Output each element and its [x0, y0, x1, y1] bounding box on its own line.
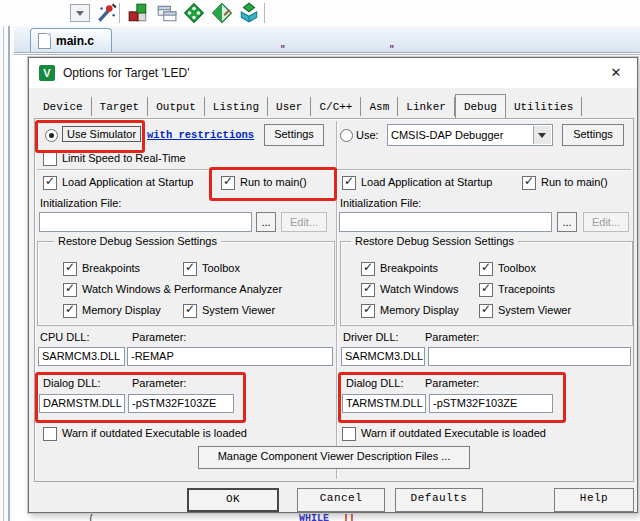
restore-group-title-right: Restore Debug Session Settings	[351, 235, 518, 247]
main-toolbar	[0, 0, 640, 26]
warn-checkbox-right[interactable]	[342, 427, 356, 441]
tab-device[interactable]: Device	[35, 97, 92, 116]
load-app-checkbox-right[interactable]	[342, 176, 356, 190]
editor-tab-bar: main.c	[0, 26, 640, 53]
tab-listing[interactable]: Listing	[205, 97, 268, 116]
driver-parameter-input[interactable]	[428, 347, 631, 366]
debugger-selected-value: CMSIS-DAP Debugger	[391, 129, 503, 141]
toolbox-label-right: Toolbox	[498, 262, 536, 274]
toolbox-checkbox-left[interactable]	[183, 262, 197, 276]
use-simulator-label[interactable]: Use Simulator	[62, 126, 141, 142]
breakpoints-label-right: Breakpoints	[380, 262, 438, 274]
cancel-button[interactable]: Cancel	[297, 488, 385, 512]
driver-dll-label: Driver DLL:	[343, 331, 399, 343]
system-viewer-checkbox-left[interactable]	[183, 304, 197, 318]
use-simulator-radio[interactable]	[45, 129, 58, 142]
use-debugger-label: Use:	[356, 129, 379, 141]
code-fragment: (	[88, 512, 95, 521]
settings-button-left[interactable]: Settings	[264, 124, 324, 146]
breakpoints-checkbox-right[interactable]	[361, 262, 375, 276]
tab-debug[interactable]: Debug	[455, 94, 506, 118]
restore-group-left: Restore Debug Session Settings Breakpoin…	[37, 241, 335, 326]
tab-c-cpp[interactable]: C/C++	[311, 97, 361, 116]
restore-group-right: Restore Debug Session Settings Breakpoin…	[340, 241, 633, 326]
watch-windows-checkbox-right[interactable]	[361, 283, 375, 297]
limit-speed-label: Limit Speed to Real-Time	[62, 152, 186, 164]
project-windows-icon[interactable]	[155, 2, 177, 24]
software-packs-icon[interactable]	[211, 2, 233, 24]
driver-dll-input[interactable]: SARMCM3.DLL	[341, 347, 425, 366]
init-file-input-right[interactable]	[339, 212, 552, 232]
target-options-wand-icon[interactable]	[95, 2, 117, 24]
run-to-main-checkbox-right[interactable]	[522, 176, 536, 190]
tab-main-c[interactable]: main.c	[30, 28, 112, 52]
breakpoints-checkbox-left[interactable]	[63, 262, 77, 276]
debugger-select[interactable]: CMSIS-DAP Debugger	[387, 124, 553, 146]
panel-edge-line	[3, 26, 4, 521]
section-separator	[37, 169, 631, 171]
dialog-dll-input-right[interactable]: TARMSTM.DLL	[342, 394, 426, 413]
with-restrictions-link[interactable]: with restrictions	[147, 129, 254, 141]
toolbar-dropdown-button[interactable]	[70, 4, 90, 22]
browse-button-left[interactable]: ...	[256, 212, 276, 232]
code-fragment: "	[389, 45, 394, 55]
system-viewer-checkbox-right[interactable]	[479, 304, 493, 318]
dropdown-arrow-icon[interactable]	[533, 126, 551, 144]
dialog-parameter-label-left: Parameter:	[132, 377, 186, 389]
dialog-parameter-input-left[interactable]: -pSTM32F103ZE	[128, 394, 234, 413]
cpu-dll-label: CPU DLL:	[40, 331, 90, 343]
memory-display-checkbox-right[interactable]	[361, 304, 375, 318]
watch-windows-label-left: Watch Windows & Performance Analyzer	[82, 283, 282, 295]
help-button[interactable]: Help	[554, 488, 634, 512]
cpu-parameter-input[interactable]: -REMAP	[127, 347, 333, 366]
tab-target[interactable]: Target	[92, 97, 149, 116]
tab-user[interactable]: User	[268, 97, 311, 116]
tab-output[interactable]: Output	[148, 97, 205, 116]
document-icon	[38, 33, 51, 49]
code-fragment: "	[280, 45, 285, 55]
load-app-label-right: Load Application at Startup	[361, 176, 492, 188]
edit-button-left[interactable]: Edit...	[281, 212, 327, 232]
manage-component-viewer-button[interactable]: Manage Component Viewer Description File…	[198, 446, 470, 469]
toolbox-checkbox-right[interactable]	[479, 262, 493, 276]
memory-display-checkbox-left[interactable]	[63, 304, 77, 318]
cpu-parameter-label: Parameter:	[132, 331, 186, 343]
pack-installer-icon[interactable]	[238, 2, 260, 24]
init-file-label-left: Initialization File:	[40, 197, 121, 209]
components-icon[interactable]	[127, 2, 149, 24]
load-app-checkbox-left[interactable]	[43, 176, 57, 190]
panel-edge	[0, 26, 14, 521]
edit-button-right[interactable]: Edit...	[583, 212, 629, 232]
dialog-parameter-input-right[interactable]: -pSTM32F103ZE	[429, 394, 553, 413]
breakpoints-label-left: Breakpoints	[82, 262, 140, 274]
use-debugger-radio[interactable]	[340, 129, 353, 142]
tab-asm[interactable]: Asm	[361, 97, 398, 116]
run-to-main-label-right: Run to main()	[541, 176, 608, 188]
panel-edge-line	[8, 26, 10, 521]
cpu-dll-input[interactable]: SARMCM3.DLL	[38, 347, 125, 366]
ok-button[interactable]: OK	[187, 488, 279, 512]
init-file-input-left[interactable]	[39, 212, 252, 232]
limit-speed-checkbox[interactable]	[43, 152, 57, 166]
dialog-tab-strip: DeviceTargetOutputListingUserC/C++AsmLin…	[35, 94, 582, 119]
browse-button-right[interactable]: ...	[557, 212, 577, 232]
run-to-main-checkbox-left[interactable]	[221, 176, 235, 190]
tab-linker[interactable]: Linker	[398, 97, 455, 116]
tracepoints-checkbox[interactable]	[479, 283, 493, 297]
manage-rte-icon[interactable]	[183, 2, 205, 24]
code-fragment: ||	[343, 513, 355, 521]
warn-label-left: Warn if outdated Executable is loaded	[62, 427, 247, 439]
tab-utilities[interactable]: Utilities	[506, 97, 582, 116]
close-icon[interactable]: ✕	[605, 63, 627, 83]
dialog-dll-label-right: Dialog DLL:	[346, 377, 403, 389]
tracepoints-label: Tracepoints	[498, 283, 555, 295]
warn-checkbox-left[interactable]	[43, 427, 57, 441]
watch-windows-checkbox-left[interactable]	[63, 283, 77, 297]
screen: main.c " " ( WHILE || Options for Target…	[0, 0, 640, 521]
load-app-label-left: Load Application at Startup	[62, 176, 193, 188]
settings-button-right[interactable]: Settings	[562, 124, 624, 146]
run-to-main-label-left: Run to main()	[240, 176, 307, 188]
defaults-button[interactable]: Defaults	[395, 488, 483, 512]
dialog-dll-input-left[interactable]: DARMSTM.DLL	[39, 394, 125, 413]
debug-tab-page: Use Simulator with restrictions Settings…	[34, 118, 634, 482]
